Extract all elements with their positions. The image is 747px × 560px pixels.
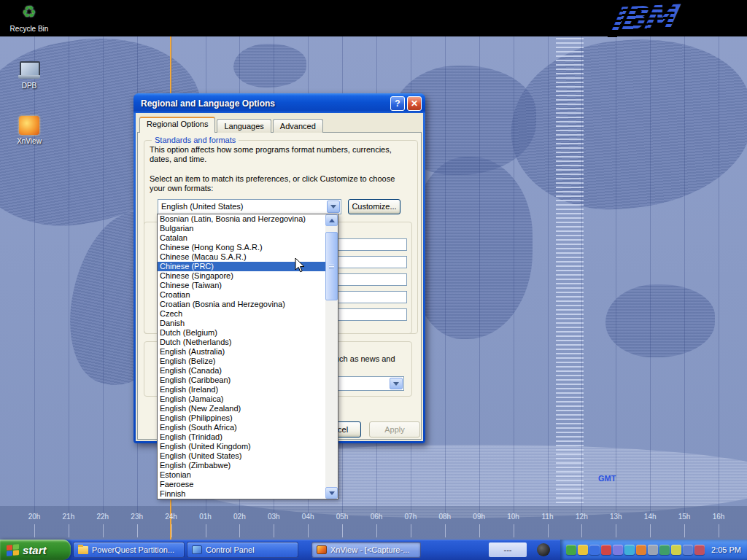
tab-regional-options[interactable]: Regional Options <box>139 117 215 133</box>
dialog-titlebar[interactable]: Regional and Language Options ? ✕ <box>133 93 425 113</box>
tray-icon-9[interactable] <box>659 545 670 555</box>
tray-icon-10[interactable] <box>671 545 681 555</box>
combo-dropdown-button[interactable] <box>327 201 340 213</box>
tray-icon-1[interactable] <box>566 545 576 555</box>
language-option[interactable]: Bosnian (Latin, Bosnia and Herzegovina) <box>158 214 325 224</box>
language-option[interactable]: English (Zimbabwe) <box>158 461 325 470</box>
combo-dropdown-button[interactable] <box>390 378 403 389</box>
taskbar-task-control-panel[interactable]: Control Panel <box>187 542 298 558</box>
taskbar-task-xnview[interactable]: XnView - [<Capture-... <box>311 542 421 558</box>
timezone-label: 10h <box>503 513 524 521</box>
meridian-line <box>445 36 446 513</box>
timezone-label: 12h <box>571 513 592 521</box>
tray-icon-11[interactable] <box>683 545 693 555</box>
map-continent <box>504 30 747 218</box>
format-combobox[interactable]: English (United States) <box>158 199 341 214</box>
scroll-down-button[interactable] <box>325 487 338 499</box>
language-option[interactable]: Dutch (Netherlands) <box>158 338 325 347</box>
language-option[interactable]: Catalan <box>158 233 325 243</box>
xnview-icon <box>18 115 40 136</box>
desktop-icon-dpb[interactable]: DPB <box>6 60 53 90</box>
language-option[interactable]: Chinese (Hong Kong S.A.R.) <box>158 243 325 252</box>
scrollbar-track[interactable] <box>325 226 338 487</box>
timezone-tick <box>34 524 35 537</box>
language-option[interactable]: English (Belize) <box>158 357 325 366</box>
meridian-line <box>34 36 35 513</box>
scroll-up-button[interactable] <box>325 214 338 226</box>
deskband[interactable]: --- <box>489 542 527 557</box>
timezone-tick <box>69 524 69 537</box>
language-option[interactable]: Czech <box>158 309 325 319</box>
scrollbar[interactable] <box>325 214 338 499</box>
scrollbar-thumb[interactable] <box>325 232 338 300</box>
timezone-label: 05h <box>332 513 352 521</box>
language-option[interactable]: Finnish <box>158 489 325 499</box>
language-option[interactable]: Dutch (Belgium) <box>158 328 325 338</box>
map-continent <box>605 284 715 357</box>
timezone-label: 02h <box>229 513 249 521</box>
timezone-label: 08h <box>435 513 455 521</box>
language-option[interactable]: English (Canada) <box>158 366 325 376</box>
timezone-tick <box>650 524 651 537</box>
language-option[interactable]: English (Australia) <box>158 347 325 357</box>
desktop-icon-recycle-bin[interactable]: ♻ Recycle Bin <box>6 3 53 33</box>
desktop-icon-xnview[interactable]: XnView <box>6 115 53 145</box>
language-option[interactable]: English (Caribbean) <box>158 376 325 385</box>
tab-languages[interactable]: Languages <box>217 119 271 133</box>
xnview-icon <box>317 545 327 554</box>
timezone-label: 15h <box>674 513 694 521</box>
gmt-label: GMT <box>598 474 616 483</box>
tray-icon-2[interactable] <box>578 545 588 555</box>
language-option[interactable]: English (Trinidad) <box>158 432 325 442</box>
timezone-label: 03h <box>263 513 284 521</box>
meridian-line <box>548 36 549 513</box>
tray-icon-5[interactable] <box>613 545 623 555</box>
language-option[interactable]: Faeroese <box>158 480 325 489</box>
language-option[interactable]: English (Jamaica) <box>158 394 325 404</box>
close-button[interactable]: ✕ <box>407 96 422 111</box>
timezone-tick <box>239 524 240 537</box>
language-option[interactable]: Danish <box>158 319 325 328</box>
language-option[interactable]: English (South Africa) <box>158 423 325 432</box>
language-option[interactable]: English (United States) <box>158 451 325 461</box>
language-option[interactable]: Chinese (Taiwan) <box>158 281 325 290</box>
timezone-tick <box>479 524 480 537</box>
icon-label: XnView <box>6 137 53 145</box>
tab-advanced[interactable]: Advanced <box>273 119 323 133</box>
clock[interactable]: 2:05 PM <box>711 545 741 554</box>
tray-icon-6[interactable] <box>624 545 635 555</box>
task-label: Control Panel <box>206 545 255 554</box>
triangle-up-icon <box>329 219 335 222</box>
language-option[interactable]: English (United Kingdom) <box>158 442 325 451</box>
language-option[interactable]: Croatian <box>158 290 325 300</box>
tray-icon-12[interactable] <box>694 545 705 555</box>
mouse-cursor <box>295 257 305 273</box>
tray-icon-7[interactable] <box>636 545 646 555</box>
meridian-line <box>103 36 104 513</box>
map-hatch-band <box>556 38 584 505</box>
timezone-label: 24h <box>161 513 182 521</box>
language-option[interactable]: English (Ireland) <box>158 385 325 394</box>
language-option[interactable]: English (New Zealand) <box>158 404 325 413</box>
start-button[interactable]: start <box>0 540 71 560</box>
start-label: start <box>23 544 47 556</box>
taskbar-dark-icon[interactable] <box>537 543 550 556</box>
timezone-label: 20h <box>24 513 44 521</box>
language-option[interactable]: Bulgarian <box>158 224 325 233</box>
help-button[interactable]: ? <box>390 96 405 111</box>
standards-description: This option affects how some programs fo… <box>150 145 406 164</box>
tray-icon-8[interactable] <box>648 545 658 555</box>
language-option[interactable]: Estonian <box>158 470 325 480</box>
task-label: XnView - [<Capture-... <box>330 545 409 554</box>
timezone-label: 06h <box>366 513 387 521</box>
taskbar-task-powerquest[interactable]: PowerQuest Partition... <box>73 542 185 558</box>
windows-flag-icon <box>7 544 19 556</box>
customize-button[interactable]: Customize... <box>348 199 400 214</box>
language-option[interactable]: Croatian (Bosnia and Herzegovina) <box>158 300 325 309</box>
meridian-line <box>616 36 616 513</box>
timezone-tick <box>342 524 343 537</box>
language-option[interactable]: English (Philippines) <box>158 413 325 423</box>
tray-icon-4[interactable] <box>601 545 611 555</box>
tray-icon-3[interactable] <box>589 545 600 555</box>
timezone-tick <box>581 524 582 537</box>
